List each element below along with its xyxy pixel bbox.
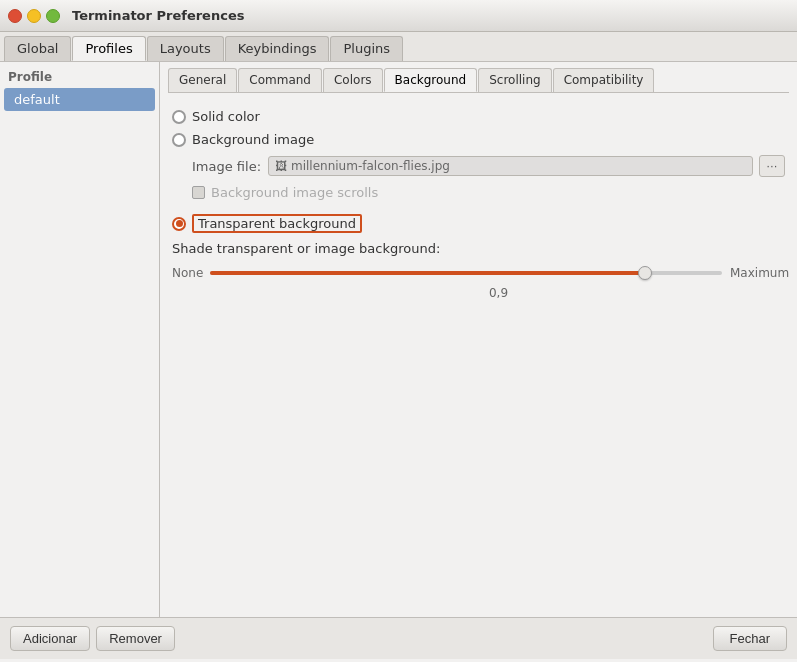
slider-max-label: Maximum: [730, 266, 785, 280]
image-file-label: Image file:: [192, 159, 262, 174]
browse-icon: ⋯: [767, 160, 778, 173]
bg-scrolls-checkbox[interactable]: [192, 186, 205, 199]
image-filename: millennium-falcon-flies.jpg: [291, 159, 450, 173]
tab-colors[interactable]: Colors: [323, 68, 383, 92]
browse-file-button[interactable]: ⋯: [759, 155, 785, 177]
sidebar-header: Profile: [0, 66, 159, 88]
tab-profiles[interactable]: Profiles: [72, 36, 145, 61]
background-image-row: Background image: [172, 132, 785, 147]
sidebar: Profile default: [0, 62, 160, 617]
slider-none-label: None: [172, 266, 202, 280]
tab-keybindings[interactable]: Keybindings: [225, 36, 330, 61]
window-title: Terminator Preferences: [72, 8, 244, 23]
panel-content: Solid color Background image Image file:…: [168, 103, 789, 613]
shade-slider-container: None Maximum: [172, 266, 785, 280]
tab-global[interactable]: Global: [4, 36, 71, 61]
transparent-radio[interactable]: [172, 217, 186, 231]
main-tabs: Global Profiles Layouts Keybindings Plug…: [0, 32, 797, 62]
slider-fill: [210, 271, 645, 275]
tab-layouts[interactable]: Layouts: [147, 36, 224, 61]
background-image-label: Background image: [192, 132, 314, 147]
tab-command[interactable]: Command: [238, 68, 322, 92]
solid-color-radio[interactable]: [172, 110, 186, 124]
tab-plugins[interactable]: Plugins: [330, 36, 403, 61]
minimize-window-button[interactable]: [27, 9, 41, 23]
window-controls: [8, 9, 60, 23]
sidebar-item-default[interactable]: default: [4, 88, 155, 111]
right-panel: General Command Colors Background Scroll…: [160, 62, 797, 617]
maximize-window-button[interactable]: [46, 9, 60, 23]
add-button[interactable]: Adicionar: [10, 626, 90, 651]
image-file-input[interactable]: 🖼 millennium-falcon-flies.jpg: [268, 156, 753, 176]
close-window-button[interactable]: [8, 9, 22, 23]
close-button[interactable]: Fechar: [713, 626, 787, 651]
tab-compatibility[interactable]: Compatibility: [553, 68, 655, 92]
slider-thumb[interactable]: [638, 266, 652, 280]
content-area: Profile default General Command Colors B…: [0, 62, 797, 617]
bg-scrolls-label: Background image scrolls: [211, 185, 378, 200]
shade-label: Shade transparent or image background:: [172, 241, 785, 256]
file-icon: 🖼: [275, 159, 287, 173]
transparent-label: Transparent background: [192, 214, 362, 233]
bottom-bar: Adicionar Remover Fechar: [0, 617, 797, 659]
solid-color-label: Solid color: [192, 109, 260, 124]
titlebar: Terminator Preferences: [0, 0, 797, 32]
slider-value: 0,9: [212, 286, 785, 300]
image-file-row: Image file: 🖼 millennium-falcon-flies.jp…: [192, 155, 785, 177]
shade-slider-track[interactable]: [210, 271, 722, 275]
bottom-left-buttons: Adicionar Remover: [10, 626, 175, 651]
transparent-row: Transparent background: [172, 214, 785, 233]
background-image-radio[interactable]: [172, 133, 186, 147]
tab-general[interactable]: General: [168, 68, 237, 92]
solid-color-row: Solid color: [172, 109, 785, 124]
sub-tabs: General Command Colors Background Scroll…: [168, 68, 789, 93]
remove-button[interactable]: Remover: [96, 626, 175, 651]
bg-scrolls-row: Background image scrolls: [192, 185, 785, 200]
tab-scrolling[interactable]: Scrolling: [478, 68, 551, 92]
tab-background[interactable]: Background: [384, 68, 478, 92]
